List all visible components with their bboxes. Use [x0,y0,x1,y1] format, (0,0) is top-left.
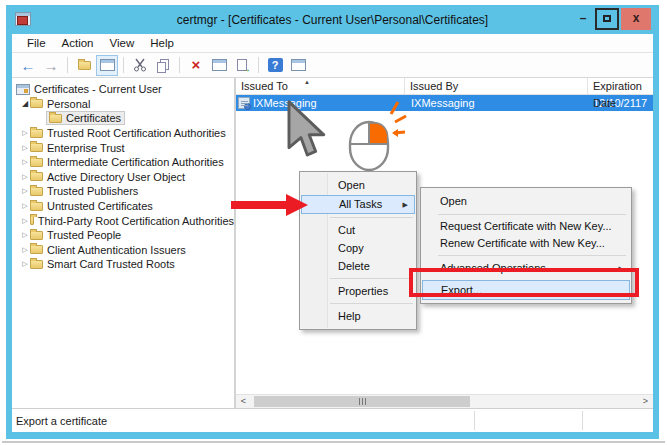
folder-icon [30,202,43,211]
tree-item-intermediate[interactable]: ▷ Intermediate Certification Authorities [12,155,234,170]
context-menu-all-tasks[interactable]: All Tasks▶ [301,195,415,214]
tree-pane: Certificates - Current User ◢ Personal C… [12,78,236,408]
context-menu-open[interactable]: Open [301,175,415,195]
sort-ascending-icon: ▲ [304,79,310,85]
tree-item-personal[interactable]: ◢ Personal [12,97,234,112]
chevron-collapsed-icon: ▷ [20,217,30,225]
submenu-request-certificate[interactable]: Request Certificate with New Key... [422,218,630,235]
back-icon: ← [21,57,36,74]
cut-icon [133,58,147,72]
minimize-button[interactable]: – [573,8,593,30]
copy-icon [157,62,166,73]
tree-item-trusted-publishers[interactable]: ▷ Trusted Publishers [12,184,234,199]
menu-view[interactable]: View [102,37,143,49]
title-bar[interactable]: certmgr - [Certificates - Current User\P… [12,5,653,34]
console-tree-toggle-button[interactable] [96,55,118,76]
context-menu-delete[interactable]: Delete [301,257,415,275]
toolbar-separator [67,57,68,73]
tree-selection: Certificates [46,111,125,125]
tree-item-label: Third-Party Root Certification Authoriti… [34,215,234,227]
folder-icon [30,158,43,167]
right-click-mouse-annotation [334,96,408,174]
help-icon: ? [268,58,283,72]
tree-root-label: Certificates - Current User [30,83,162,95]
back-button[interactable]: ← [17,55,39,76]
red-arrow-annotation [231,193,309,217]
menu-help[interactable]: Help [142,37,182,49]
properties-button[interactable] [208,55,230,76]
chevron-collapsed-icon: ▷ [20,260,30,268]
maximize-button[interactable] [595,8,619,30]
forward-button[interactable]: → [40,55,62,76]
context-menu-copy[interactable]: Copy [301,239,415,257]
column-expiration-date[interactable]: Expiration Date [588,78,653,94]
column-issued-to[interactable]: Issued To [236,78,405,94]
toolbar-separator [258,57,259,73]
issued-by-value: IXMessaging [405,97,588,109]
export-list-icon [237,59,247,71]
help-button[interactable]: ? [264,55,286,76]
tree-item-smart-card[interactable]: ▷ Smart Card Trusted Roots [12,257,234,272]
chevron-collapsed-icon: ▷ [20,246,30,254]
submenu-renew-certificate[interactable]: Renew Certificate with New Key... [422,235,630,252]
folder-icon [30,99,43,108]
tree-item-certificates[interactable]: Certificates [12,111,234,126]
context-menu: Open All Tasks▶ Cut Copy Delete Properti… [299,171,417,330]
scroll-right-button[interactable]: > [638,395,653,408]
screenshot-root: certmgr - [Certificates - Current User\P… [0,0,667,445]
folder-icon [30,187,43,196]
status-cell-divider [474,411,475,430]
close-button[interactable]: x [621,8,651,30]
folder-icon [30,172,43,181]
menu-separator [330,303,413,304]
scrollbar-thumb[interactable] [254,396,470,407]
menu-action[interactable]: Action [54,37,102,49]
certificate-icon [238,97,250,109]
toolbar: ← → × ? [12,53,653,78]
tree-item-client-auth[interactable]: ▷ Client Authentication Issuers [12,243,234,258]
export-list-button[interactable] [231,55,253,76]
tree-item-label: Trusted People [43,229,121,241]
column-issued-by[interactable]: Issued By [405,78,588,94]
window-controls: – x [573,8,651,30]
folder-button[interactable] [73,55,95,76]
chevron-expanded-icon: ◢ [20,99,30,108]
new-window-button[interactable] [287,55,309,76]
menu-separator [330,278,413,279]
horizontal-scrollbar[interactable]: < > [236,394,653,408]
tree-item-trusted-people[interactable]: ▷ Trusted People [12,228,234,243]
forward-icon: → [44,57,59,74]
scroll-left-button[interactable]: < [236,395,251,408]
tree-item-trusted-root[interactable]: ▷ Trusted Root Certification Authorities [12,126,234,141]
context-menu-cut[interactable]: Cut [301,221,415,239]
tree-item-label: Active Directory User Object [43,171,185,183]
tree-root[interactable]: Certificates - Current User [12,82,234,97]
new-window-icon [291,59,306,71]
menu-file[interactable]: File [19,37,54,49]
copy-button[interactable] [152,55,174,76]
folder-icon [30,216,34,225]
folder-icon [30,245,43,254]
image-bottom-edge [2,441,665,443]
folder-icon [49,114,62,123]
toolbar-separator [123,57,124,73]
all-tasks-label: All Tasks [339,198,382,210]
chevron-collapsed-icon: ▷ [20,202,30,210]
tree-item-third-party[interactable]: ▷ Third-Party Root Certification Authori… [12,213,234,228]
chevron-collapsed-icon: ▷ [20,173,30,181]
mouse-cursor-annotation [284,100,338,166]
context-menu-help[interactable]: Help [301,307,415,326]
submenu-open[interactable]: Open [422,191,630,211]
tree-item-enterprise-trust[interactable]: ▷ Enterprise Trust [12,140,234,155]
status-bar: Export a certificate [12,408,653,432]
tree-item-label: Enterprise Trust [43,142,125,154]
chevron-collapsed-icon: ▷ [20,144,30,152]
gripper-icon [362,398,363,405]
delete-button[interactable]: × [185,55,207,76]
list-header: Issued To Issued By Expiration Date ▲ [236,78,653,95]
tree-item-untrusted[interactable]: ▷ Untrusted Certificates [12,199,234,214]
tree-item-label: Client Authentication Issuers [43,244,186,256]
context-menu-properties[interactable]: Properties [301,282,415,300]
tree-item-ad-user-object[interactable]: ▷ Active Directory User Object [12,170,234,185]
cut-button[interactable] [129,55,151,76]
